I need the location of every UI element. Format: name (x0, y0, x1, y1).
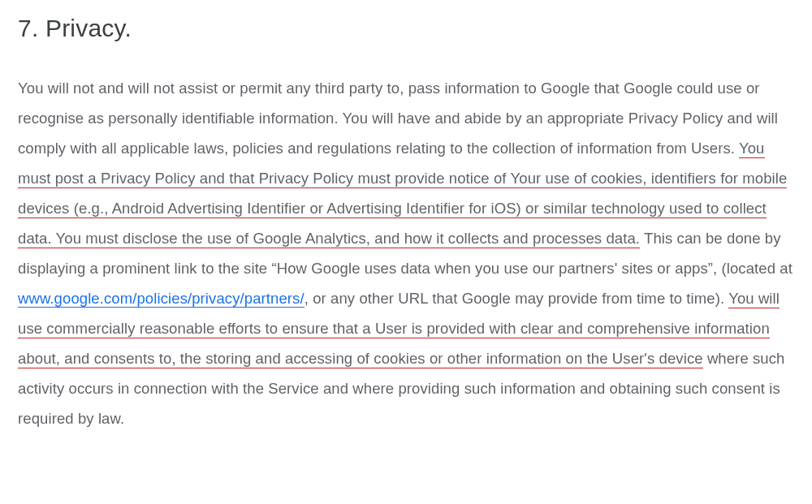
privacy-partners-link[interactable]: www.google.com/policies/privacy/partners… (18, 290, 304, 308)
section-heading: 7. Privacy. (18, 15, 794, 42)
text-segment: You will not and will not assist or perm… (18, 80, 778, 157)
text-segment: , or any other URL that Google may provi… (304, 290, 728, 307)
privacy-paragraph: You will not and will not assist or perm… (18, 73, 794, 433)
